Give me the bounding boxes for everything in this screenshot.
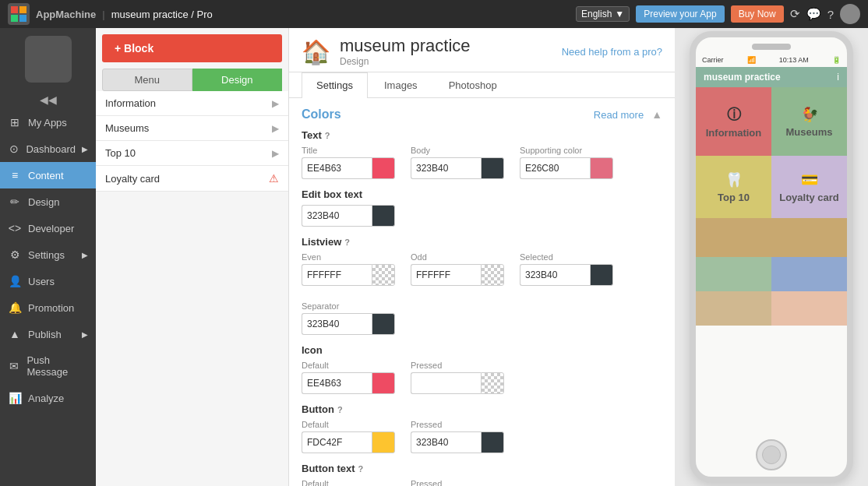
help-question-icon[interactable]: ? [337, 405, 343, 414]
refresh-icon[interactable]: ⟳ [790, 7, 800, 21]
phone-home-button[interactable] [756, 439, 787, 470]
content-header-left: 🏠 museum practice Design [302, 36, 471, 67]
svg-rect-2 [11, 15, 18, 22]
body-color-swatch[interactable] [481, 157, 504, 179]
icon-pressed-swatch[interactable] [481, 372, 504, 394]
publish-icon: ▲ [8, 328, 22, 340]
buynow-button[interactable]: Buy Now [731, 5, 784, 23]
collapse-icon[interactable]: ▲ [651, 108, 662, 121]
selected-color-input[interactable] [520, 264, 590, 286]
body-color-input-row [411, 157, 504, 179]
sidebar-item-label: Analyze [28, 393, 64, 404]
sidebar-item-users[interactable]: 👤 Users [0, 268, 96, 294]
separator-color-input[interactable] [302, 313, 372, 335]
button-text-group-label: Button text ? [302, 463, 662, 474]
button-default-swatch[interactable] [372, 431, 395, 453]
phone-grid-extra1 [696, 257, 771, 291]
phone-menu-item-label: Top 10 [718, 192, 750, 203]
icon-default-input[interactable] [302, 372, 372, 394]
even-color-input[interactable] [302, 264, 372, 286]
list-item[interactable]: Top 10 ▶ [96, 141, 288, 166]
icon-pressed-input-row [411, 372, 504, 394]
supporting-color-input-row [520, 157, 613, 179]
odd-color-input-row [411, 264, 504, 286]
read-more-link[interactable]: Read more [594, 109, 644, 121]
push-message-icon: ✉ [8, 360, 20, 372]
list-item[interactable]: Information ▶ [96, 91, 288, 116]
sidebar-item-promotion[interactable]: 🔔 Promotion [0, 294, 96, 321]
title-color-input[interactable] [302, 157, 372, 179]
colors-section-title: Colors [302, 107, 341, 122]
user-avatar[interactable] [840, 4, 860, 24]
list-item[interactable]: Loyalty card ⚠ [96, 166, 288, 192]
help-pro-link[interactable]: Need help from a pro? [562, 46, 662, 58]
sidebar-item-dashboard[interactable]: ⊙ Dashboard ▶ [0, 136, 96, 162]
help-question-icon[interactable]: ? [344, 238, 350, 247]
editbox-color-input[interactable] [302, 205, 372, 227]
chevron-right-icon: ▶ [272, 98, 279, 109]
sidebar-collapse-button[interactable]: ◀◀ [0, 90, 96, 109]
help-question-icon[interactable]: ? [325, 131, 330, 140]
icon-default-swatch[interactable] [372, 372, 395, 394]
editbox-color-swatch[interactable] [372, 205, 395, 227]
phone-time: 10:13 AM [779, 56, 809, 64]
tab-design[interactable]: Design [192, 69, 283, 91]
supporting-color-input[interactable] [520, 157, 590, 179]
odd-color-input[interactable] [411, 264, 481, 286]
sidebar-item-label: Users [28, 276, 55, 287]
list-item[interactable]: Museums ▶ [96, 116, 288, 141]
help-question-icon[interactable]: ? [358, 464, 364, 474]
sidebar-item-publish[interactable]: ▲ Publish ▶ [0, 321, 96, 347]
loyalty-icon: 💳 [801, 171, 818, 188]
title-color-input-row [302, 157, 395, 179]
separator-color-swatch[interactable] [372, 313, 395, 335]
developer-icon: <> [8, 222, 22, 234]
odd-color-swatch[interactable] [481, 264, 504, 286]
btn-text-pressed-label: Pressed [411, 479, 504, 486]
tab-images[interactable]: Images [369, 72, 432, 97]
phone-grid-extra2 [771, 257, 847, 291]
sidebar-logo-area [0, 28, 96, 90]
selected-label: Selected [520, 252, 613, 262]
phone-speaker [752, 44, 791, 50]
body-color-input[interactable] [411, 157, 481, 179]
phone-wifi-icon: 📶 [747, 56, 756, 64]
block-item-label: Top 10 [105, 147, 136, 159]
help-icon[interactable]: ? [827, 8, 834, 21]
tab-menu[interactable]: Menu [102, 69, 192, 91]
button-pressed-input[interactable] [411, 431, 481, 453]
sidebar-item-developer[interactable]: <> Developer [0, 215, 96, 241]
sidebar-item-label: My Apps [28, 117, 67, 129]
chat-icon[interactable]: 💬 [806, 7, 821, 21]
icon-pressed-input[interactable] [411, 372, 481, 394]
preview-button[interactable]: Preview your App [636, 5, 724, 23]
topbar-icons: ⟳ 💬 ? [790, 4, 860, 24]
btn-text-default-field: Default [302, 479, 395, 486]
sidebar-item-settings[interactable]: ⚙ Settings ▶ [0, 241, 96, 268]
listview-separator-field: Separator [302, 301, 395, 335]
sidebar-item-my-apps[interactable]: ⊞ My Apps [0, 109, 96, 136]
selected-color-swatch[interactable] [590, 264, 613, 286]
button-pressed-input-row [411, 431, 504, 453]
button-pressed-swatch[interactable] [481, 431, 504, 453]
selected-color-input-row [520, 264, 613, 286]
phone-home-inner [762, 446, 781, 464]
button-default-input[interactable] [302, 431, 372, 453]
sidebar-item-content[interactable]: ≡ Content [0, 162, 96, 188]
tabs-bar: Settings Images Photoshop [289, 72, 675, 98]
sidebar-item-push-message[interactable]: ✉ Push Message [0, 347, 96, 385]
tab-settings[interactable]: Settings [302, 72, 368, 98]
language-select[interactable]: English ▼ [576, 6, 630, 22]
icon-pressed-label: Pressed [411, 361, 504, 370]
supporting-color-swatch[interactable] [590, 157, 613, 179]
sidebar-item-label: Push Message [26, 354, 88, 378]
phone-menu-item-museums: 🐓 Museums [771, 87, 847, 156]
even-color-swatch[interactable] [372, 264, 395, 286]
sidebar-item-design[interactable]: ✏ Design [0, 188, 96, 215]
sidebar-item-analyze[interactable]: 📊 Analyze [0, 385, 96, 411]
add-block-button[interactable]: + Block [102, 34, 282, 62]
title-color-swatch[interactable] [372, 157, 395, 179]
tab-photoshop[interactable]: Photoshop [434, 72, 512, 97]
block-list: Information ▶ Museums ▶ Top 10 ▶ Loyalty… [96, 91, 288, 486]
promotion-icon: 🔔 [8, 301, 22, 314]
